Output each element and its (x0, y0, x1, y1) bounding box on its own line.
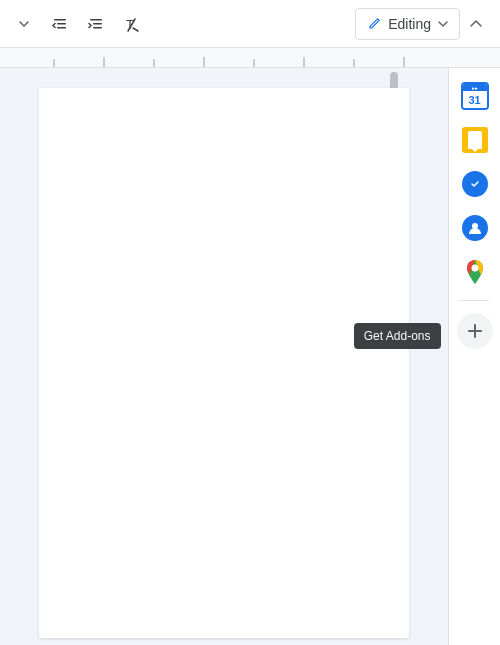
editing-mode-label: Editing (388, 16, 431, 32)
svg-rect-2 (57, 27, 66, 29)
sidebar-addon-google-calendar[interactable]: ▸▸ 31 (455, 76, 495, 116)
collapse-btn[interactable] (460, 8, 492, 40)
svg-point-20 (471, 265, 478, 272)
sidebar-addon-google-keep[interactable] (455, 120, 495, 160)
google-calendar-icon: ▸▸ 31 (461, 82, 489, 110)
toolbar-left: T (8, 8, 355, 40)
editing-mode-dropdown[interactable]: Editing (355, 8, 460, 40)
sidebar-divider (461, 300, 489, 301)
google-contacts-icon (462, 215, 488, 241)
pencil-icon (366, 16, 382, 32)
google-keep-icon (462, 127, 488, 153)
add-addons-container: Get Add-ons (457, 309, 493, 349)
toolbar-right (460, 8, 492, 40)
sidebar-addon-google-tasks[interactable] (455, 164, 495, 204)
toolbar: T Editing (0, 0, 500, 48)
google-maps-icon (462, 259, 488, 285)
plus-icon (466, 322, 484, 340)
svg-rect-5 (93, 27, 102, 29)
editing-dropdown-chevron (437, 18, 449, 30)
add-addons-btn[interactable] (457, 313, 493, 349)
right-sidebar: ▸▸ 31 (448, 68, 500, 645)
increase-indent-btn[interactable] (80, 8, 112, 40)
google-tasks-icon (462, 171, 488, 197)
document-page (39, 88, 409, 638)
decrease-indent-btn[interactable] (44, 8, 76, 40)
ruler (0, 48, 500, 68)
ruler-marks (4, 49, 444, 67)
sidebar-addon-google-maps[interactable] (455, 252, 495, 292)
svg-rect-4 (93, 23, 102, 25)
collapse-icon (466, 14, 486, 34)
sidebar-addon-google-contacts[interactable] (455, 208, 495, 248)
increase-indent-icon (86, 14, 106, 34)
clear-formatting-icon: T (122, 14, 142, 34)
decrease-indent-icon (50, 14, 70, 34)
chevron-down-icon (16, 16, 32, 32)
clear-formatting-btn[interactable]: T (116, 8, 148, 40)
svg-rect-1 (57, 23, 66, 25)
document-area[interactable] (0, 68, 448, 645)
svg-rect-3 (90, 19, 102, 21)
svg-rect-0 (54, 19, 66, 21)
toolbar-dropdown-btn[interactable] (8, 8, 40, 40)
main-area: ▸▸ 31 (0, 68, 500, 645)
svg-text:T: T (126, 17, 134, 32)
